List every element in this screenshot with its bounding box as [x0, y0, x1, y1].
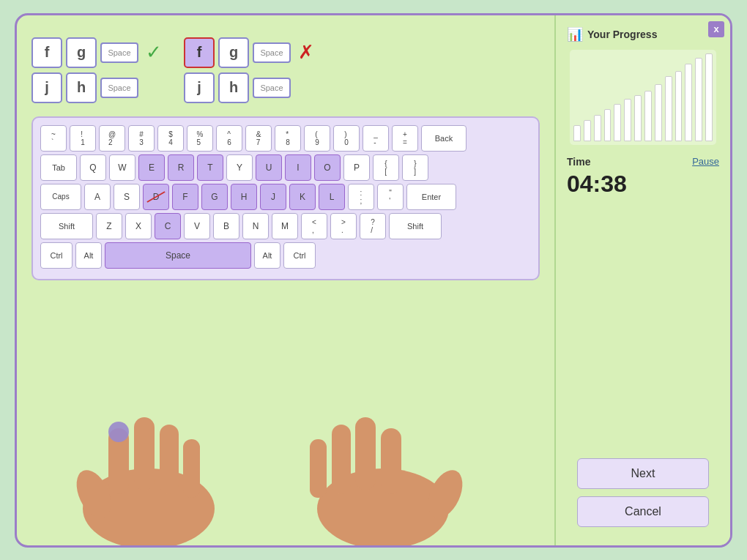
key-e[interactable]: E — [138, 154, 165, 181]
time-label: Time — [567, 156, 590, 168]
bar-11 — [675, 71, 683, 141]
key-s[interactable]: S — [114, 184, 140, 210]
key-space-correct-r1: Space — [100, 42, 138, 63]
check-mark: ✓ — [146, 41, 162, 64]
sequence-area: f g Space ✓ j h Space f g Space ✗ — [31, 37, 540, 103]
correct-row1: f g Space ✓ — [31, 37, 162, 68]
close-button[interactable]: x — [708, 21, 724, 37]
key-t[interactable]: T — [197, 154, 223, 181]
key-j[interactable]: J — [260, 184, 286, 210]
key-h-correct: h — [66, 72, 97, 103]
kb-row-1: ~` !1 @2 #3 $4 %5 ^6 &7 *8 (9 )0 _- += B… — [40, 125, 531, 152]
svg-rect-11 — [355, 417, 376, 490]
key-j-current: j — [184, 72, 215, 103]
key-g-current: g — [218, 37, 249, 68]
key-z[interactable]: Z — [96, 213, 122, 239]
bar-8 — [644, 91, 652, 141]
bar-9 — [655, 84, 662, 141]
key-h[interactable]: H — [231, 184, 257, 210]
key-slash[interactable]: ?/ — [360, 213, 386, 239]
key-4[interactable]: $4 — [157, 125, 184, 152]
next-button[interactable]: Next — [577, 458, 709, 489]
key-caps[interactable]: Caps — [40, 184, 81, 210]
key-g[interactable]: G — [201, 184, 228, 210]
progress-chart — [570, 50, 716, 145]
key-x[interactable]: X — [125, 213, 152, 239]
key-5[interactable]: %5 — [187, 125, 213, 152]
bar-7 — [634, 95, 642, 141]
svg-rect-3 — [134, 417, 155, 490]
key-q[interactable]: Q — [80, 154, 106, 181]
key-i[interactable]: I — [285, 154, 311, 181]
key-1[interactable]: !1 — [70, 125, 96, 152]
key-p[interactable]: P — [343, 154, 370, 181]
key-l[interactable]: L — [319, 184, 345, 210]
key-ctrl-right[interactable]: Ctrl — [283, 242, 316, 269]
key-f[interactable]: F — [172, 184, 198, 210]
key-7[interactable]: &7 — [245, 125, 272, 152]
key-9[interactable]: (9 — [304, 125, 330, 152]
correct-sequence-group: f g Space ✓ j h Space — [31, 37, 162, 103]
bar-2 — [584, 120, 591, 141]
key-2[interactable]: @2 — [99, 125, 125, 152]
bar-4 — [604, 109, 612, 141]
key-space[interactable]: Space — [105, 242, 251, 269]
key-backtick[interactable]: ~` — [40, 125, 67, 152]
key-alt-right[interactable]: Alt — [254, 242, 280, 269]
key-tab[interactable]: Tab — [40, 154, 77, 181]
key-quote[interactable]: "' — [377, 184, 404, 210]
time-section: Time Pause 04:38 — [567, 156, 719, 212]
key-f-correct: f — [31, 37, 62, 68]
left-panel: f g Space ✓ j h Space f g Space ✗ — [17, 15, 554, 545]
pause-button[interactable]: Pause — [692, 156, 719, 167]
key-shift-right[interactable]: Shift — [389, 213, 442, 239]
key-backspace[interactable]: Back — [421, 125, 467, 152]
kb-row-5: Ctrl Alt Space Alt Ctrl — [40, 242, 531, 269]
key-v[interactable]: V — [184, 213, 210, 239]
key-comma[interactable]: <, — [301, 213, 327, 239]
key-o[interactable]: O — [314, 154, 341, 181]
key-lbracket[interactable]: {[ — [373, 154, 399, 181]
key-ctrl-left[interactable]: Ctrl — [40, 242, 73, 269]
current-sequence-group: f g Space ✗ j h Space — [184, 37, 314, 103]
key-u[interactable]: U — [256, 154, 282, 181]
key-8[interactable]: *8 — [275, 125, 301, 152]
kb-row-3: Caps A S D F G H J K L :; "' Enter — [40, 184, 531, 210]
key-c[interactable]: C — [155, 213, 181, 239]
key-period[interactable]: >. — [330, 213, 357, 239]
key-a[interactable]: A — [84, 184, 111, 210]
key-m[interactable]: M — [272, 213, 298, 239]
key-0[interactable]: )0 — [333, 125, 360, 152]
key-r[interactable]: R — [168, 154, 194, 181]
bar-10 — [665, 76, 672, 141]
key-rbracket[interactable]: }] — [402, 154, 428, 181]
key-equals[interactable]: += — [392, 125, 418, 152]
svg-rect-4 — [160, 425, 179, 494]
key-space-correct-r2: Space — [100, 78, 138, 98]
key-y[interactable]: Y — [226, 154, 253, 181]
svg-rect-10 — [332, 425, 351, 494]
key-semicolon[interactable]: :; — [348, 184, 374, 210]
cancel-button[interactable]: Cancel — [577, 496, 709, 527]
x-mark: ✗ — [298, 41, 314, 64]
key-b[interactable]: B — [213, 213, 239, 239]
bar-6 — [624, 99, 631, 141]
bar-13 — [695, 58, 702, 141]
key-space-current-r2: Space — [253, 78, 291, 98]
key-j-correct: j — [31, 72, 62, 103]
key-enter[interactable]: Enter — [406, 184, 456, 210]
kb-row-4: Shift Z X C V B N M <, >. ?/ Shift — [40, 213, 531, 239]
key-6[interactable]: ^6 — [216, 125, 242, 152]
svg-rect-9 — [310, 439, 327, 498]
key-d[interactable]: D — [143, 184, 169, 210]
hands-illustration — [31, 384, 529, 545]
key-minus[interactable]: _- — [363, 125, 389, 152]
key-shift-left[interactable]: Shift — [40, 213, 93, 239]
key-alt-left[interactable]: Alt — [75, 242, 102, 269]
key-n[interactable]: N — [242, 213, 269, 239]
key-3[interactable]: #3 — [128, 125, 155, 152]
key-w[interactable]: W — [109, 154, 135, 181]
current-row1: f g Space ✗ — [184, 37, 314, 68]
key-k[interactable]: K — [289, 184, 316, 210]
time-header: Time Pause — [567, 156, 719, 168]
